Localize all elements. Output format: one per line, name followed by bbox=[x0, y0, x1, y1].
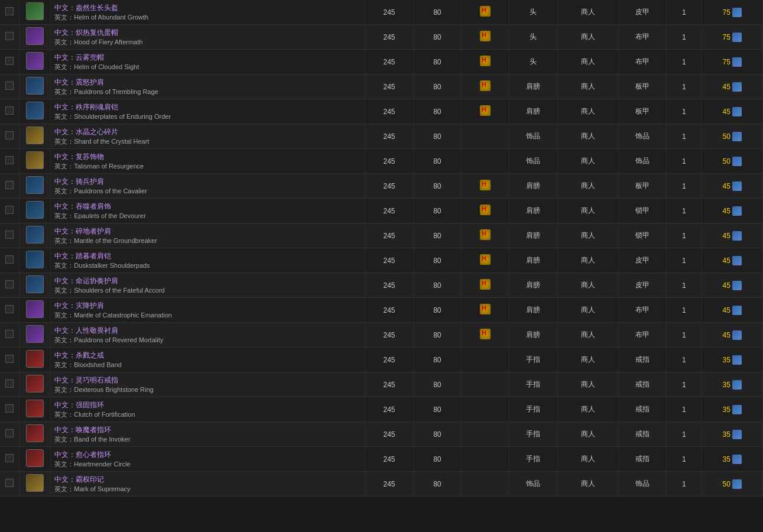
item-faction bbox=[461, 25, 509, 50]
row-checkbox-cell bbox=[0, 273, 20, 298]
item-slot: 肩膀 bbox=[509, 174, 557, 199]
item-price: 45 bbox=[705, 256, 759, 265]
item-icon-cell bbox=[20, 99, 51, 124]
item-price: 75 bbox=[705, 33, 759, 42]
item-type: 饰品 bbox=[619, 472, 667, 497]
row-checkbox[interactable] bbox=[5, 429, 14, 437]
row-checkbox-cell bbox=[0, 248, 20, 273]
item-type: 布甲 bbox=[619, 323, 667, 348]
row-checkbox[interactable] bbox=[5, 82, 14, 90]
item-faction bbox=[461, 422, 509, 447]
item-count: 1 bbox=[667, 99, 702, 124]
row-checkbox-cell bbox=[0, 25, 20, 50]
price-value: 75 bbox=[723, 8, 730, 17]
item-faction bbox=[461, 273, 509, 298]
row-checkbox[interactable] bbox=[5, 255, 14, 264]
horde-faction-icon bbox=[479, 204, 491, 216]
item-icon-cell bbox=[20, 149, 51, 174]
item-source: 商人 bbox=[557, 99, 618, 124]
item-price: 45 bbox=[705, 82, 759, 92]
item-source: 商人 bbox=[557, 348, 618, 372]
row-checkbox[interactable] bbox=[5, 57, 14, 65]
item-count: 1 bbox=[667, 323, 702, 348]
item-icon-cell bbox=[20, 323, 51, 348]
item-type: 戒指 bbox=[619, 372, 667, 397]
item-slot: 手指 bbox=[509, 348, 557, 372]
row-checkbox[interactable] bbox=[5, 231, 14, 239]
table-row: 中文：灵巧明石戒指 英文：Dexterous Brightstone Ring … bbox=[0, 372, 763, 397]
item-price: 45 bbox=[705, 306, 759, 315]
item-req: 80 bbox=[413, 199, 461, 223]
row-checkbox[interactable] bbox=[5, 330, 14, 338]
item-type: 皮甲 bbox=[619, 273, 667, 298]
price-value: 45 bbox=[723, 207, 730, 215]
row-checkbox-cell bbox=[0, 174, 20, 199]
row-checkbox-cell bbox=[0, 348, 20, 372]
item-faction bbox=[461, 397, 509, 422]
item-name-zh: 中文：云雾兜帽 bbox=[54, 53, 361, 63]
item-icon bbox=[26, 474, 44, 492]
item-ilvl: 245 bbox=[365, 99, 413, 124]
item-count: 1 bbox=[667, 223, 702, 248]
item-price-cell: 45 bbox=[702, 298, 763, 323]
item-slot: 肩膀 bbox=[509, 99, 557, 124]
row-checkbox[interactable] bbox=[5, 7, 14, 15]
item-source: 商人 bbox=[557, 298, 618, 323]
price-value: 75 bbox=[723, 33, 730, 41]
row-checkbox[interactable] bbox=[5, 305, 14, 313]
price-value: 75 bbox=[723, 58, 730, 66]
item-price-cell: 50 bbox=[702, 149, 763, 174]
item-slot: 手指 bbox=[509, 372, 557, 397]
row-checkbox[interactable] bbox=[5, 131, 14, 140]
item-name-zh: 中文：强固指环 bbox=[54, 400, 361, 410]
item-type: 饰品 bbox=[619, 149, 667, 174]
row-checkbox[interactable] bbox=[5, 106, 14, 115]
item-req: 80 bbox=[413, 273, 461, 298]
item-count: 1 bbox=[667, 124, 702, 149]
item-count: 1 bbox=[667, 372, 702, 397]
row-checkbox[interactable] bbox=[5, 206, 14, 214]
item-name-en: 英文：Shard of the Crystal Heart bbox=[54, 137, 361, 146]
row-checkbox[interactable] bbox=[5, 404, 14, 413]
row-checkbox[interactable] bbox=[5, 454, 14, 462]
item-price-cell: 75 bbox=[702, 25, 763, 50]
horde-faction-icon bbox=[479, 30, 491, 42]
row-checkbox[interactable] bbox=[5, 280, 14, 288]
item-name-cell: 中文：碎地者护肩 英文：Mantle of the Groundbreaker bbox=[51, 223, 365, 248]
item-source: 商人 bbox=[557, 25, 618, 50]
item-icon-cell bbox=[20, 25, 51, 50]
item-ilvl: 245 bbox=[365, 397, 413, 422]
horde-faction-icon bbox=[479, 80, 491, 92]
item-name-en: 英文：Mark of Supremacy bbox=[54, 485, 361, 494]
row-checkbox[interactable] bbox=[5, 181, 14, 189]
item-faction bbox=[461, 199, 509, 223]
item-icon-cell bbox=[20, 397, 51, 422]
item-name-en: 英文：Mantle of the Groundbreaker bbox=[54, 236, 361, 245]
row-checkbox-cell bbox=[0, 397, 20, 422]
item-count: 1 bbox=[667, 174, 702, 199]
item-name-en: 英文：Talisman of Resurgence bbox=[54, 162, 361, 171]
table-row: 中文：秩序刚魂肩铠 英文：Shoulderplates of Enduring … bbox=[0, 99, 763, 124]
row-checkbox[interactable] bbox=[5, 479, 14, 487]
item-type: 板甲 bbox=[619, 74, 667, 99]
item-price-cell: 45 bbox=[702, 323, 763, 348]
currency-icon bbox=[732, 430, 742, 439]
item-icon bbox=[26, 226, 44, 244]
currency-icon bbox=[732, 8, 742, 17]
item-icon-cell bbox=[20, 298, 51, 323]
item-price: 45 bbox=[705, 330, 759, 340]
currency-icon bbox=[732, 330, 742, 340]
row-checkbox[interactable] bbox=[5, 379, 14, 388]
row-checkbox[interactable] bbox=[5, 355, 14, 363]
item-faction bbox=[461, 472, 509, 497]
item-icon bbox=[26, 350, 44, 368]
row-checkbox[interactable] bbox=[5, 32, 14, 40]
item-icon-cell bbox=[20, 50, 51, 74]
row-checkbox[interactable] bbox=[5, 156, 14, 164]
item-icon bbox=[26, 300, 44, 318]
item-count: 1 bbox=[667, 422, 702, 447]
item-price: 35 bbox=[705, 405, 759, 414]
item-name-en: 英文：Pauldrons of Trembling Rage bbox=[54, 87, 361, 96]
item-icon-cell bbox=[20, 74, 51, 99]
table-row: 中文：命运协奏护肩 英文：Shoulders of the Fateful Ac… bbox=[0, 273, 763, 298]
